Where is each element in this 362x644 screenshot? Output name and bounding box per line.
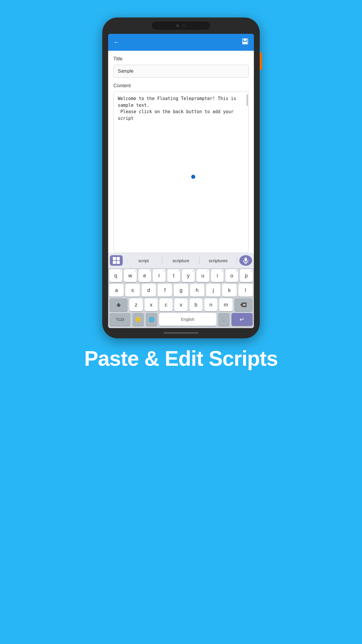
key-j[interactable]: j: [206, 284, 220, 297]
key-o[interactable]: o9: [225, 269, 238, 282]
suggestion-3[interactable]: scriptures: [200, 257, 237, 264]
app-content: Title Content Welcome to the Floating Te…: [108, 51, 254, 253]
key-y[interactable]: y6: [182, 269, 195, 282]
key-k[interactable]: k: [222, 284, 236, 297]
content-textarea-wrapper: Welcome to the Floating Teleprompter! Th…: [113, 92, 249, 253]
suggestion-1[interactable]: script: [125, 257, 162, 264]
key-x[interactable]: x: [145, 298, 158, 311]
camera-dot-main: [182, 24, 186, 28]
enter-key[interactable]: ↵: [231, 313, 253, 326]
key-d[interactable]: d: [142, 284, 156, 297]
key-p[interactable]: p0: [240, 269, 253, 282]
footer-text: Paste & Edit Scripts: [67, 347, 295, 370]
key-r[interactable]: r4: [153, 269, 166, 282]
key-m[interactable]: m: [219, 298, 232, 311]
emoji-suggestions-button[interactable]: [110, 255, 123, 266]
content-label: Content: [113, 83, 249, 89]
backspace-key[interactable]: [234, 298, 253, 311]
phone-bottom-bar: [164, 332, 198, 334]
key-s[interactable]: s: [125, 284, 140, 297]
svg-rect-1: [244, 39, 247, 41]
svg-rect-3: [245, 258, 247, 261]
svg-marker-6: [116, 303, 121, 307]
num-sym-key[interactable]: ?123: [109, 313, 131, 326]
key-z[interactable]: z: [129, 298, 143, 311]
space-key[interactable]: English: [159, 313, 216, 326]
keyboard-area: script scripture scriptures q1: [108, 253, 254, 328]
key-row-bottom: ?123 🙂 🌐 English . ↵: [109, 313, 253, 326]
key-row-1: q1 w2 e3 r4 t5 y6 u7 i8 o9 p0: [109, 269, 253, 282]
volume-button: [260, 52, 262, 70]
key-u[interactable]: u7: [196, 269, 209, 282]
camera-dot-left: [176, 24, 179, 27]
key-a[interactable]: a: [109, 284, 124, 297]
period-key[interactable]: .: [218, 313, 230, 326]
suggestions-row: script scripture scriptures: [108, 253, 254, 268]
title-input[interactable]: [113, 65, 249, 78]
svg-rect-2: [243, 42, 247, 44]
app-header: ←: [108, 34, 254, 51]
key-i[interactable]: i8: [211, 269, 224, 282]
key-v[interactable]: v: [174, 298, 187, 311]
key-c[interactable]: c: [159, 298, 173, 311]
key-e[interactable]: e3: [138, 269, 151, 282]
key-row-2: a s d f g h j k l: [109, 284, 253, 297]
title-label: Title: [113, 56, 249, 62]
key-f[interactable]: f: [158, 284, 172, 297]
keyboard-rows: q1 w2 e3 r4 t5 y6 u7 i8 o9 p0 a s d f: [108, 268, 254, 326]
mic-button[interactable]: [239, 255, 252, 266]
key-q[interactable]: q1: [109, 269, 122, 282]
emoji-key[interactable]: 🙂: [132, 313, 144, 326]
scrollbar-indicator: [247, 94, 248, 106]
back-button[interactable]: ←: [113, 38, 120, 46]
suggestion-2[interactable]: scripture: [162, 257, 200, 264]
key-l[interactable]: l: [238, 284, 253, 297]
key-n[interactable]: n: [204, 298, 217, 311]
globe-key[interactable]: 🌐: [146, 313, 157, 326]
key-t[interactable]: t5: [167, 269, 180, 282]
key-h[interactable]: h: [190, 284, 204, 297]
phone-shell: ← Title Content Welcome to the Floating …: [102, 18, 260, 338]
key-g[interactable]: g: [174, 284, 188, 297]
key-w[interactable]: w2: [124, 269, 137, 282]
phone-top-bar: [152, 22, 210, 30]
key-b[interactable]: b: [189, 298, 203, 311]
key-row-3: z x c v b n m: [109, 298, 253, 311]
save-button[interactable]: [242, 38, 249, 47]
screen: ← Title Content Welcome to the Floating …: [108, 34, 254, 328]
shift-key[interactable]: [109, 298, 128, 311]
content-textarea[interactable]: Welcome to the Floating Teleprompter! Th…: [114, 92, 248, 253]
text-cursor: [191, 175, 195, 179]
